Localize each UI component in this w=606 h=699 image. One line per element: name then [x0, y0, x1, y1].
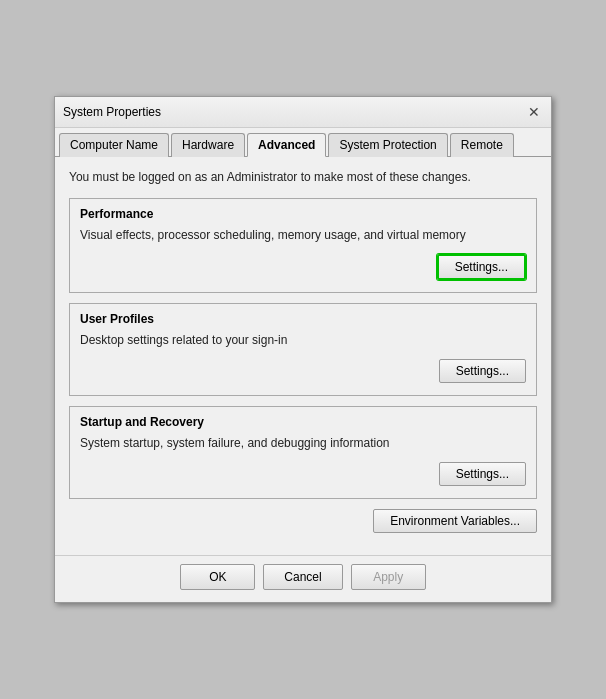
ok-button[interactable]: OK	[180, 564, 255, 590]
performance-description: Visual effects, processor scheduling, me…	[80, 227, 526, 244]
admin-notice: You must be logged on as an Administrato…	[69, 169, 537, 186]
tab-system-protection[interactable]: System Protection	[328, 133, 447, 157]
startup-recovery-settings-button[interactable]: Settings...	[439, 462, 526, 486]
startup-recovery-btn-row: Settings...	[80, 462, 526, 486]
tab-advanced[interactable]: Advanced	[247, 133, 326, 157]
startup-recovery-description: System startup, system failure, and debu…	[80, 435, 526, 452]
window-title: System Properties	[63, 105, 161, 119]
performance-settings-button[interactable]: Settings...	[437, 254, 526, 280]
tab-bar: Computer Name Hardware Advanced System P…	[55, 128, 551, 157]
cancel-button[interactable]: Cancel	[263, 564, 342, 590]
tab-content: You must be logged on as an Administrato…	[55, 157, 551, 554]
user-profiles-settings-button[interactable]: Settings...	[439, 359, 526, 383]
performance-title: Performance	[80, 207, 526, 221]
tab-remote[interactable]: Remote	[450, 133, 514, 157]
user-profiles-section: User Profiles Desktop settings related t…	[69, 303, 537, 396]
startup-recovery-title: Startup and Recovery	[80, 415, 526, 429]
user-profiles-description: Desktop settings related to your sign-in	[80, 332, 526, 349]
tab-computer-name[interactable]: Computer Name	[59, 133, 169, 157]
title-bar: System Properties ✕	[55, 97, 551, 128]
startup-recovery-section: Startup and Recovery System startup, sys…	[69, 406, 537, 499]
apply-button[interactable]: Apply	[351, 564, 426, 590]
env-variables-row: Environment Variables...	[69, 509, 537, 533]
user-profiles-title: User Profiles	[80, 312, 526, 326]
system-properties-window: System Properties ✕ Computer Name Hardwa…	[54, 96, 552, 602]
performance-section: Performance Visual effects, processor sc…	[69, 198, 537, 293]
tab-hardware[interactable]: Hardware	[171, 133, 245, 157]
performance-btn-row: Settings...	[80, 254, 526, 280]
close-button[interactable]: ✕	[525, 103, 543, 121]
environment-variables-button[interactable]: Environment Variables...	[373, 509, 537, 533]
user-profiles-btn-row: Settings...	[80, 359, 526, 383]
dialog-buttons: OK Cancel Apply	[55, 555, 551, 602]
